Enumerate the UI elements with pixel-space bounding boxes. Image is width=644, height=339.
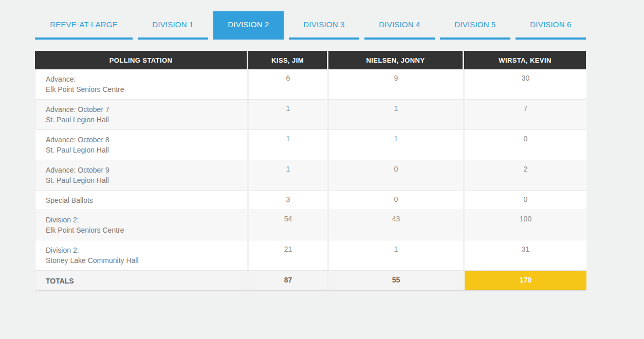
election-results-page: REEVE-AT-LARGE DIVISION 1 DIVISION 2 DIV… <box>0 0 644 339</box>
value-cell: 9 <box>329 69 463 99</box>
value-cell: 100 <box>465 210 586 240</box>
station-line-2: Elk Point Seniors Centre <box>46 225 247 235</box>
value-cell: 0 <box>465 191 586 210</box>
value-cell: 1 <box>249 100 327 129</box>
table-row: Division 2: Stoney Lake Community Hall 2… <box>35 240 585 271</box>
table-row: Advance: October 7 St. Paul Legion Hall … <box>35 100 585 130</box>
totals-label: TOTALS <box>46 276 247 286</box>
value-cell: 1 <box>249 160 327 190</box>
station-line-2: St. Paul Legion Hall <box>46 175 247 185</box>
value-cell: 0 <box>465 130 586 160</box>
station-line-1: Advance: October 8 <box>46 135 247 145</box>
table-body: Advance: Elk Point Seniors Centre 6 9 30… <box>35 69 586 291</box>
value-cell: 6 <box>249 69 327 99</box>
value-cell: 1 <box>249 130 327 160</box>
station-cell: Advance: October 8 St. Paul Legion Hall <box>35 130 247 160</box>
column-header-polling-station: POLLING STATION <box>35 51 247 69</box>
value-cell: 3 <box>249 191 327 210</box>
winner-total-cell: 170 <box>465 271 586 290</box>
value-cell: 31 <box>465 240 586 270</box>
station-cell: Advance: Elk Point Seniors Centre <box>35 69 247 99</box>
station-line-1: Advance: <box>46 74 247 84</box>
value-cell: 54 <box>249 210 327 240</box>
station-line-1: Advance: October 9 <box>46 165 247 175</box>
value-cell: 30 <box>465 69 586 99</box>
station-line-1: Special Ballots <box>46 195 247 205</box>
tab-division-2[interactable]: DIVISION 2 <box>213 11 284 40</box>
station-cell: Advance: October 7 St. Paul Legion Hall <box>35 100 247 129</box>
station-cell: Advance: October 9 St. Paul Legion Hall <box>35 160 247 190</box>
table-row: Advance: October 8 St. Paul Legion Hall … <box>35 130 585 160</box>
tab-division-4[interactable]: DIVISION 4 <box>364 11 435 40</box>
tab-reeve-at-large[interactable]: REEVE-AT-LARGE <box>35 11 133 40</box>
totals-row: TOTALS 87 55 170 <box>35 271 585 290</box>
value-cell: 21 <box>249 240 327 270</box>
value-cell: 2 <box>465 160 586 190</box>
value-cell: 1 <box>329 240 463 270</box>
tab-division-1[interactable]: DIVISION 1 <box>138 11 208 40</box>
value-cell: 1 <box>329 130 463 160</box>
tab-division-3[interactable]: DIVISION 3 <box>289 11 359 40</box>
tab-division-6[interactable]: DIVISION 6 <box>516 11 586 40</box>
table-row: Special Ballots 3 0 0 <box>35 191 585 210</box>
station-line-1: Advance: October 7 <box>46 104 247 115</box>
value-cell: 0 <box>329 191 463 210</box>
table-row: Division 2: Elk Point Seniors Centre 54 … <box>35 210 585 240</box>
total-cell-nielsen-jonny: 55 <box>329 271 463 290</box>
totals-label-cell: TOTALS <box>35 271 247 290</box>
column-header-wirsta-kevin: WIRSTA, KEVIN <box>464 51 586 69</box>
value-cell: 0 <box>329 160 463 190</box>
polling-results-table: POLLING STATION KISS, JIM NIELSEN, JONNY… <box>35 51 586 291</box>
division-tab-bar: REEVE-AT-LARGE DIVISION 1 DIVISION 2 DIV… <box>35 11 586 40</box>
table-header-row: POLLING STATION KISS, JIM NIELSEN, JONNY… <box>35 51 586 69</box>
value-cell: 7 <box>465 100 586 129</box>
total-cell-kiss-jim: 87 <box>249 271 327 290</box>
station-line-2: Stoney Lake Community Hall <box>46 255 247 266</box>
station-line-1: Division 2: <box>46 245 247 255</box>
station-cell: Special Ballots <box>35 191 247 210</box>
tab-division-5[interactable]: DIVISION 5 <box>440 11 510 40</box>
station-line-1: Division 2: <box>46 215 247 225</box>
column-header-nielsen-jonny: NIELSEN, JONNY <box>328 51 463 69</box>
value-cell: 1 <box>329 100 463 129</box>
table-row: Advance: October 9 St. Paul Legion Hall … <box>35 160 585 191</box>
table-row: Advance: Elk Point Seniors Centre 6 9 30 <box>35 69 585 100</box>
station-cell: Division 2: Stoney Lake Community Hall <box>35 240 247 270</box>
station-line-2: St. Paul Legion Hall <box>46 145 247 155</box>
station-line-2: Elk Point Seniors Centre <box>46 84 247 95</box>
station-cell: Division 2: Elk Point Seniors Centre <box>35 210 247 240</box>
column-header-kiss-jim: KISS, JIM <box>248 51 327 69</box>
value-cell: 43 <box>329 210 463 240</box>
station-line-2: St. Paul Legion Hall <box>46 115 247 125</box>
